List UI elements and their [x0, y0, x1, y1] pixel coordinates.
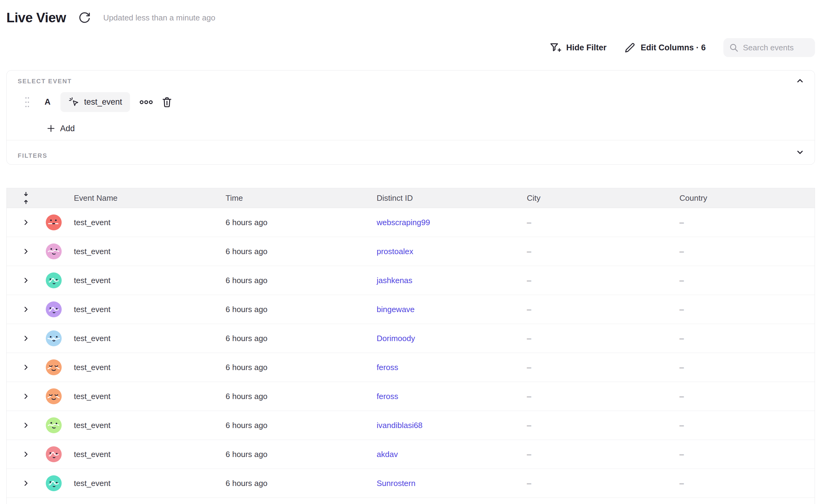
- time-cell: 6 hours ago: [226, 247, 377, 256]
- city-cell: –: [527, 421, 680, 430]
- city-cell: –: [527, 218, 680, 227]
- collapse-rows-icon: [21, 191, 31, 205]
- expand-row-button[interactable]: [7, 421, 45, 429]
- page-title: Live View: [6, 10, 66, 25]
- more-options-icon: [139, 98, 153, 106]
- time-cell: 6 hours ago: [226, 305, 377, 314]
- table-row: test_event 6 hours ago Sunrostern – –: [7, 469, 815, 498]
- event-name-cell: test_event: [74, 305, 226, 314]
- chevron-right-icon: [22, 421, 30, 429]
- chevron-up-icon: [795, 76, 805, 86]
- add-button-label: Add: [60, 124, 75, 133]
- chevron-right-icon: [22, 248, 30, 255]
- expand-row-button[interactable]: [7, 248, 45, 255]
- refresh-button[interactable]: [77, 11, 91, 25]
- select-event-label: SELECT EVENT: [18, 78, 72, 85]
- table-row: test_event 6 hours ago akdav – –: [7, 440, 815, 469]
- event-name-cell: test_event: [74, 363, 226, 372]
- column-header-city: City: [527, 194, 680, 203]
- distinct-id-link[interactable]: bingewave: [377, 305, 415, 314]
- chevron-right-icon: [22, 218, 30, 227]
- event-delete-button[interactable]: [161, 96, 173, 108]
- event-series-letter: A: [45, 97, 51, 107]
- expand-row-button[interactable]: [7, 276, 45, 284]
- time-cell: 6 hours ago: [226, 218, 377, 227]
- search-events-box: [723, 38, 815, 57]
- chevron-right-icon: [22, 276, 30, 284]
- table-row: test_event 6 hours ago jashkenas – –: [7, 266, 815, 295]
- collapse-select-event-button[interactable]: [794, 75, 806, 87]
- distinct-id-link[interactable]: prostoalex: [377, 247, 413, 256]
- search-icon: [729, 43, 739, 53]
- time-cell: 6 hours ago: [226, 450, 377, 459]
- user-avatar: [45, 330, 74, 346]
- event-select-pill[interactable]: test_event: [60, 92, 130, 112]
- hide-filter-button[interactable]: Hide Filter: [549, 41, 607, 54]
- country-cell: –: [680, 276, 815, 285]
- partial-row: [7, 498, 815, 504]
- country-cell: –: [680, 421, 815, 430]
- panel-divider: [7, 140, 815, 140]
- event-name-cell: test_event: [74, 334, 226, 343]
- user-avatar: [45, 215, 74, 230]
- distinct-id-link[interactable]: jashkenas: [377, 276, 413, 285]
- country-cell: –: [680, 305, 815, 314]
- table-row: test_event 6 hours ago webscraping99 – –: [7, 208, 815, 237]
- distinct-id-link[interactable]: Sunrostern: [377, 479, 416, 488]
- time-cell: 6 hours ago: [226, 392, 377, 401]
- add-event-button[interactable]: Add: [46, 120, 75, 137]
- chevron-right-icon: [22, 479, 30, 487]
- event-name-cell: test_event: [74, 392, 226, 401]
- table-row: test_event 6 hours ago ivandiblasi68 – –: [7, 411, 815, 440]
- chevron-right-icon: [22, 450, 30, 458]
- country-cell: –: [680, 450, 815, 459]
- distinct-id-link[interactable]: Dorimoody: [377, 334, 415, 343]
- event-row: A test_event: [24, 92, 173, 112]
- table-row: test_event 6 hours ago prostoalex – –: [7, 237, 815, 266]
- city-cell: –: [527, 247, 680, 256]
- expand-row-button[interactable]: [7, 392, 45, 400]
- expand-row-button[interactable]: [7, 218, 45, 227]
- event-name-cell: test_event: [74, 247, 226, 256]
- chevron-right-icon: [22, 392, 30, 400]
- expand-filters-button[interactable]: [794, 146, 806, 158]
- table-row: test_event 6 hours ago bingewave – –: [7, 295, 815, 324]
- event-name-cell: test_event: [74, 479, 226, 488]
- expand-row-button[interactable]: [7, 305, 45, 313]
- collapse-all-rows-button[interactable]: [7, 191, 45, 205]
- expand-row-button[interactable]: [7, 450, 45, 458]
- user-avatar: [45, 359, 74, 375]
- country-cell: –: [680, 218, 815, 227]
- search-events-input[interactable]: [743, 43, 809, 53]
- chevron-right-icon: [22, 335, 30, 342]
- country-cell: –: [680, 334, 815, 343]
- event-more-options-button[interactable]: [139, 98, 153, 106]
- expand-row-button[interactable]: [7, 335, 45, 342]
- drag-dots-icon: [24, 95, 30, 109]
- drag-handle[interactable]: [24, 95, 31, 109]
- distinct-id-link[interactable]: feross: [377, 363, 398, 372]
- expand-row-button[interactable]: [7, 363, 45, 371]
- pencil-icon: [624, 42, 636, 53]
- user-avatar: [45, 302, 74, 317]
- column-header-distinct-id: Distinct ID: [377, 194, 527, 203]
- event-pill-label: test_event: [84, 97, 122, 107]
- event-name-cell: test_event: [74, 218, 226, 227]
- table-body: test_event 6 hours ago webscraping99 – –…: [7, 208, 815, 498]
- trash-icon: [161, 96, 173, 108]
- user-avatar: [45, 475, 74, 491]
- expand-row-button[interactable]: [7, 479, 45, 487]
- distinct-id-link[interactable]: ivandiblasi68: [377, 421, 422, 430]
- distinct-id-link[interactable]: akdav: [377, 450, 398, 459]
- distinct-id-link[interactable]: feross: [377, 392, 398, 401]
- time-cell: 6 hours ago: [226, 421, 377, 430]
- edit-columns-button[interactable]: Edit Columns · 6: [624, 42, 706, 53]
- distinct-id-link[interactable]: webscraping99: [377, 218, 430, 227]
- time-cell: 6 hours ago: [226, 363, 377, 372]
- city-cell: –: [527, 392, 680, 401]
- query-builder-panel: SELECT EVENT A: [6, 70, 815, 165]
- event-name-cell: test_event: [74, 450, 226, 459]
- time-cell: 6 hours ago: [226, 276, 377, 285]
- city-cell: –: [527, 305, 680, 314]
- column-header-time: Time: [226, 194, 377, 203]
